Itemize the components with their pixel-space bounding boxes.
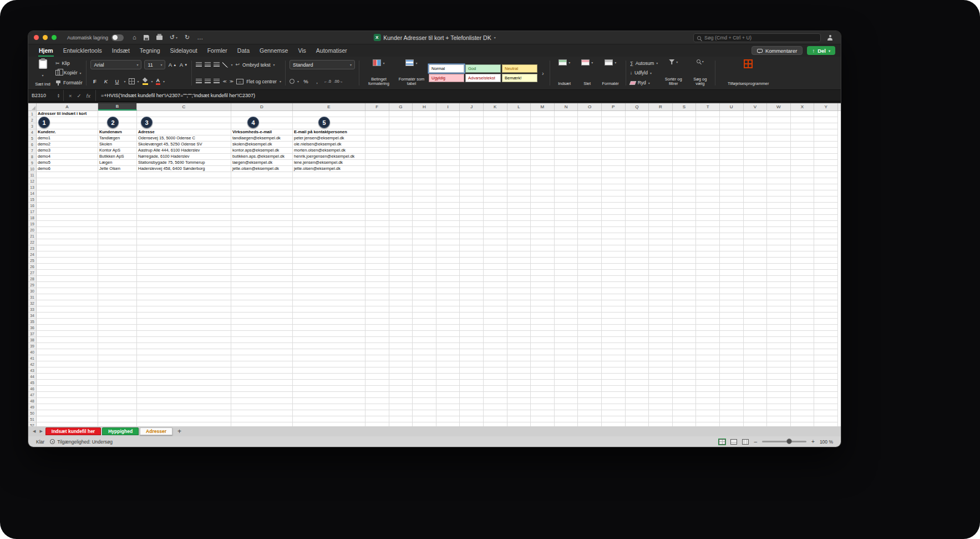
- cell-H49[interactable]: [413, 404, 436, 410]
- row-header-40[interactable]: 40: [28, 349, 37, 355]
- cell-T29[interactable]: [696, 282, 720, 288]
- cell-E13[interactable]: [293, 184, 365, 190]
- cell-P28[interactable]: [602, 276, 626, 282]
- cell-V22[interactable]: [744, 239, 768, 245]
- cell-N7[interactable]: [555, 148, 578, 154]
- cell-H19[interactable]: [413, 221, 436, 227]
- cell-Q50[interactable]: [626, 410, 649, 416]
- cell-E6[interactable]: ole.nielsen@eksempel.dk: [293, 142, 365, 148]
- cell-K32[interactable]: [484, 300, 507, 306]
- print-icon[interactable]: [156, 36, 163, 40]
- cell-N48[interactable]: [555, 398, 578, 404]
- cell-I43[interactable]: [436, 367, 460, 374]
- cell-Q34[interactable]: [626, 313, 649, 319]
- cell-B32[interactable]: [98, 300, 137, 306]
- row-header-25[interactable]: 25: [28, 258, 37, 264]
- cell-B46[interactable]: [98, 386, 137, 392]
- column-header-U[interactable]: U: [720, 103, 744, 110]
- cell-N21[interactable]: [555, 233, 578, 239]
- cell-S37[interactable]: [673, 331, 697, 337]
- cell-G33[interactable]: [389, 306, 413, 313]
- cell-P21[interactable]: [602, 233, 626, 239]
- tab-indsæt[interactable]: Indsæt: [107, 44, 135, 57]
- cell-L30[interactable]: [507, 288, 531, 294]
- cell-W10[interactable]: [767, 166, 791, 172]
- cell-G12[interactable]: [389, 178, 413, 184]
- cell-G34[interactable]: [389, 313, 413, 319]
- cell-C40[interactable]: [137, 349, 231, 355]
- cell-T35[interactable]: [696, 319, 720, 325]
- redo-icon[interactable]: ↻: [185, 34, 190, 41]
- cell-R14[interactable]: [649, 190, 673, 197]
- cell-F46[interactable]: [365, 386, 389, 392]
- row-header-31[interactable]: 31: [28, 294, 37, 300]
- cell-Q31[interactable]: [626, 294, 649, 300]
- cell-L12[interactable]: [507, 178, 531, 184]
- cell-U52[interactable]: [720, 422, 744, 426]
- cell-G23[interactable]: [389, 245, 413, 251]
- cell-B35[interactable]: [98, 319, 137, 325]
- column-header-W[interactable]: W: [767, 103, 791, 110]
- cell-U10[interactable]: [720, 166, 744, 172]
- cell-P30[interactable]: [602, 288, 626, 294]
- cell-A46[interactable]: [37, 386, 98, 392]
- cell-G47[interactable]: [389, 392, 413, 398]
- cell-U50[interactable]: [720, 410, 744, 416]
- cell-N29[interactable]: [555, 282, 578, 288]
- cell-G18[interactable]: [389, 215, 413, 221]
- cell-T18[interactable]: [696, 215, 720, 221]
- cell-D29[interactable]: [231, 282, 293, 288]
- cell-I14[interactable]: [436, 190, 460, 197]
- cell-B24[interactable]: [98, 251, 137, 258]
- cell-K23[interactable]: [484, 245, 507, 251]
- cell-X51[interactable]: [791, 416, 815, 422]
- cell-H44[interactable]: [413, 374, 436, 380]
- cell-B25[interactable]: [98, 258, 137, 264]
- cell-G31[interactable]: [389, 294, 413, 300]
- cell-J6[interactable]: [460, 142, 484, 148]
- cell-S50[interactable]: [673, 410, 697, 416]
- cell-Y26[interactable]: [814, 264, 838, 270]
- cell-O6[interactable]: [578, 142, 602, 148]
- cell-J43[interactable]: [460, 367, 484, 374]
- cell-E45[interactable]: [293, 380, 365, 386]
- cell-Y29[interactable]: [814, 282, 838, 288]
- document-title[interactable]: Kunder Adresser til kort + Telefonlister…: [383, 34, 491, 41]
- cell-C22[interactable]: [137, 239, 231, 245]
- cell-P52[interactable]: [602, 422, 626, 426]
- cell-I2[interactable]: [436, 117, 460, 123]
- cell-C46[interactable]: [137, 386, 231, 392]
- cell-X15[interactable]: [791, 197, 815, 203]
- cell-K14[interactable]: [484, 190, 507, 197]
- cell-L44[interactable]: [507, 374, 531, 380]
- cell-H39[interactable]: [413, 343, 436, 349]
- cell-Y28[interactable]: [814, 276, 838, 282]
- cell-W15[interactable]: [767, 197, 791, 203]
- cell-Y21[interactable]: [814, 233, 838, 239]
- cell-X39[interactable]: [791, 343, 815, 349]
- cell-D47[interactable]: [231, 392, 293, 398]
- row-header-30[interactable]: 30: [28, 288, 37, 294]
- cell-S48[interactable]: [673, 398, 697, 404]
- cell-V25[interactable]: [744, 258, 768, 264]
- cell-S31[interactable]: [673, 294, 697, 300]
- cell-X24[interactable]: [791, 251, 815, 258]
- cell-W32[interactable]: [767, 300, 791, 306]
- cell-V14[interactable]: [744, 190, 768, 197]
- cell-U4[interactable]: [720, 129, 744, 135]
- column-header-V[interactable]: V: [744, 103, 768, 110]
- cell-G35[interactable]: [389, 319, 413, 325]
- cell-X30[interactable]: [791, 288, 815, 294]
- cell-K46[interactable]: [484, 386, 507, 392]
- format-as-table-button[interactable]: ▾ Formatér som tabel: [397, 58, 426, 88]
- cell-E10[interactable]: jette.olsen@eksempel.dk: [293, 166, 365, 172]
- row-header-23[interactable]: 23: [28, 245, 37, 251]
- cell-S4[interactable]: [673, 129, 697, 135]
- cell-A40[interactable]: [37, 349, 98, 355]
- cell-D51[interactable]: [231, 416, 293, 422]
- cell-Y16[interactable]: [814, 203, 838, 209]
- cell-H27[interactable]: [413, 270, 436, 276]
- cell-P16[interactable]: [602, 203, 626, 209]
- cell-E34[interactable]: [293, 313, 365, 319]
- cell-X27[interactable]: [791, 270, 815, 276]
